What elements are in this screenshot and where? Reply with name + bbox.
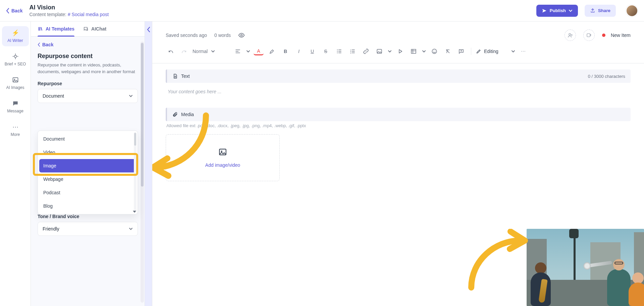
option-video[interactable]: Video [39,146,136,159]
field-label-tone: Tone / Brand voice [38,214,138,219]
bullet-list-button[interactable] [334,46,344,56]
insert-video-button[interactable] [395,46,405,56]
text-color-button[interactable]: A [254,47,264,55]
publish-button[interactable]: Publish [536,5,578,17]
field-label-repurpose: Repurpose [38,81,138,86]
share-button[interactable]: Share [585,5,616,17]
visibility-icon[interactable] [238,32,245,39]
user-avatar[interactable] [626,5,638,17]
svg-point-12 [433,51,434,51]
chevron-down-icon [388,49,392,53]
option-blog[interactable]: Blog [39,199,136,213]
insert-image-button[interactable] [374,46,384,56]
option-webpage[interactable]: Webpage [39,172,136,186]
mode-select[interactable]: Editing [476,49,515,54]
panel-back-label: Back [42,42,53,47]
add-channel-button[interactable] [583,30,595,41]
option-image[interactable]: Image [39,159,136,172]
char-counter: 0 / 3000 characters [588,74,625,79]
option-document[interactable]: Document [39,132,136,146]
doc-text-icon [172,73,178,79]
item-status[interactable]: New Item [602,33,631,38]
option-podcast[interactable]: Podcast [39,186,136,199]
library-icon [38,26,43,32]
emoji-button[interactable] [429,46,439,56]
chevron-down-icon [422,49,426,53]
dropdown-scrollbar[interactable] [134,132,137,213]
chevron-down-icon [569,9,573,13]
rail-ai-writer[interactable]: ⚡ AI Writer [2,26,29,46]
panel-scrollbar-thumb[interactable] [141,43,144,187]
header-back-button[interactable]: Back [6,8,22,13]
preview-person-center [607,259,631,306]
section-media-header: Media [166,108,631,121]
link-button[interactable] [361,46,371,56]
svg-point-7 [337,51,338,52]
header-title-block: AI Vision Content template: # Social med… [29,4,109,18]
svg-point-11 [432,49,437,54]
svg-rect-5 [587,34,590,37]
svg-point-0 [14,55,16,58]
panel-title: Repurpose content [38,53,138,60]
tone-select[interactable]: Friendly [38,222,138,236]
paragraph-style-label: Normal [193,49,208,54]
chevron-left-icon [38,43,40,47]
media-allowed-hint: Allowed file ext .pdf, .doc, .docx, .jpe… [166,123,631,128]
repurpose-select-value: Document [43,93,64,99]
panel-tabs: AI Templates AIChat [31,21,145,37]
add-collaborator-button[interactable] [565,30,576,41]
section-media-label: Media [181,112,194,117]
subtitle-prefix: Content template: [29,12,66,17]
preview-image [527,229,644,306]
text-placeholder[interactable]: Your content goes here ... [166,85,631,108]
annotation-arrow-right [466,229,533,293]
svg-point-4 [569,34,571,35]
editor-status-bar: Saved seconds ago 0 words New Item [152,21,644,44]
pencil-icon [476,49,481,54]
insert-table-button[interactable] [409,46,419,56]
align-button[interactable] [233,46,243,56]
message-icon [12,100,19,107]
strike-button[interactable]: S [321,46,331,56]
panel-collapse-handle[interactable] [145,21,152,306]
publish-label: Publish [550,8,566,13]
number-list-button[interactable] [347,46,358,56]
target-icon [12,53,19,60]
repurpose-select[interactable]: Document [38,89,138,103]
rail-ai-images[interactable]: AI Images [2,73,29,93]
editor-area: Saved seconds ago 0 words New Item Norma… [152,21,644,306]
undo-button[interactable] [166,46,176,56]
toolbar-more-button[interactable]: ⋯ [519,46,529,56]
svg-point-15 [221,151,222,152]
image-icon [218,148,227,156]
chat-icon [83,26,89,32]
svg-point-8 [337,52,338,53]
underline-button[interactable]: U [307,46,317,56]
panel-back-button[interactable]: Back [38,42,138,47]
section-text-header: Text 0 / 3000 characters [166,69,631,83]
bold-button[interactable]: B [280,46,290,56]
tab-ai-chat[interactable]: AIChat [83,26,106,36]
app-header: Back AI Vision Content template: # Socia… [0,0,644,21]
rail-label: AI Images [6,85,24,90]
clear-format-button[interactable] [443,46,453,56]
tab-label: AI Templates [46,26,74,32]
comment-button[interactable] [456,46,466,56]
highlight-button[interactable] [267,46,277,56]
tab-ai-templates[interactable]: AI Templates [38,26,74,36]
redo-button[interactable] [179,46,189,56]
panel-scrollbar-track[interactable] [141,42,144,303]
rail-message[interactable]: Message [2,97,29,117]
chevron-left-icon [6,8,9,13]
paragraph-style-select[interactable]: Normal [193,49,229,54]
rail-label: Message [7,109,23,113]
preview-person-right [629,272,644,306]
rail-more[interactable]: ⋯ More [2,120,29,140]
header-back-label: Back [11,8,22,13]
italic-button[interactable]: I [294,46,304,56]
template-link[interactable]: # Social media post [68,12,109,17]
status-dot-icon [602,34,605,37]
media-uploader[interactable]: Add image/video [166,134,280,181]
nav-rail: ⚡ AI Writer Brief + SEO AI Images Messag… [0,21,31,306]
rail-brief-seo[interactable]: Brief + SEO [2,50,29,70]
